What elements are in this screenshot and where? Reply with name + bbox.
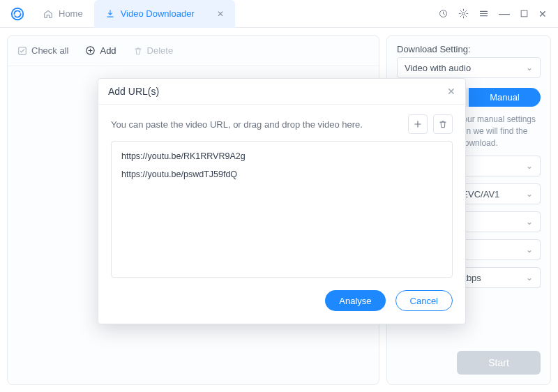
modal-footer: Analyse Cancel: [98, 278, 465, 324]
modal-title: Add URL(s): [108, 86, 159, 97]
checkbox-icon: [17, 46, 27, 56]
modal-add-button[interactable]: [408, 114, 428, 134]
modal-header: Add URL(s) ✕: [98, 79, 465, 105]
menu-icon[interactable]: [478, 8, 489, 19]
maximize-icon[interactable]: [520, 9, 529, 18]
titlebar: Home Video Downloader ✕ — ✕: [0, 0, 558, 28]
check-all-label: Check all: [31, 45, 68, 56]
seg-manual[interactable]: Manual: [469, 88, 541, 107]
tab-close-icon[interactable]: ✕: [217, 9, 224, 19]
chevron-down-icon: ⌄: [526, 189, 533, 199]
modal-close-icon[interactable]: ✕: [447, 86, 455, 97]
plus-circle-icon: [85, 45, 96, 56]
download-setting-label: Download Setting:: [397, 44, 471, 54]
chevron-down-icon: ⌄: [526, 273, 533, 282]
add-button[interactable]: Add: [85, 45, 116, 56]
plus-icon: [413, 119, 423, 129]
delete-button[interactable]: Delete: [133, 45, 174, 56]
modal-delete-button[interactable]: [433, 114, 453, 134]
add-label: Add: [100, 45, 116, 56]
url-line: https://youtu.be/pswdTJ59fdQ: [121, 169, 442, 179]
home-icon: [43, 9, 53, 19]
download-setting-select[interactable]: Video with audio ⌄: [397, 57, 541, 78]
start-button[interactable]: Start: [457, 351, 541, 375]
chevron-down-icon: ⌄: [526, 217, 533, 227]
url-textarea[interactable]: https://youtu.be/RK1RRVR9A2g https://you…: [111, 141, 453, 278]
tab-home[interactable]: Home: [32, 0, 94, 28]
tab-video-downloader[interactable]: Video Downloader ✕: [94, 0, 235, 28]
history-icon[interactable]: [438, 8, 448, 19]
trash-icon: [133, 46, 143, 56]
gear-icon[interactable]: [458, 8, 469, 19]
chevron-down-icon: ⌄: [526, 63, 533, 73]
tab-home-label: Home: [59, 8, 83, 19]
close-icon[interactable]: ✕: [538, 8, 547, 20]
app-logo: [10, 6, 25, 22]
chevron-down-icon: ⌄: [526, 161, 533, 171]
delete-label: Delete: [147, 45, 174, 56]
modal-subtitle: You can paste the video URL, or drag and…: [111, 119, 363, 130]
svg-rect-3: [521, 10, 527, 17]
svg-point-2: [462, 13, 465, 15]
minimize-icon[interactable]: —: [499, 8, 510, 20]
url-line: https://youtu.be/RK1RRVR9A2g: [121, 151, 442, 161]
download-icon: [105, 9, 115, 19]
download-setting-value: Video with audio: [405, 63, 471, 73]
chevron-down-icon: ⌄: [526, 245, 533, 255]
svg-point-0: [12, 8, 24, 20]
toolbar: Check all Add Delete: [8, 36, 379, 66]
trash-icon: [438, 119, 448, 129]
cancel-button[interactable]: Cancel: [395, 290, 453, 311]
check-all[interactable]: Check all: [17, 45, 68, 56]
add-url-modal: Add URL(s) ✕ You can paste the video URL…: [98, 78, 466, 324]
tab-active-label: Video Downloader: [121, 8, 195, 19]
analyse-button[interactable]: Analyse: [325, 290, 385, 311]
window-controls: — ✕: [438, 8, 552, 20]
